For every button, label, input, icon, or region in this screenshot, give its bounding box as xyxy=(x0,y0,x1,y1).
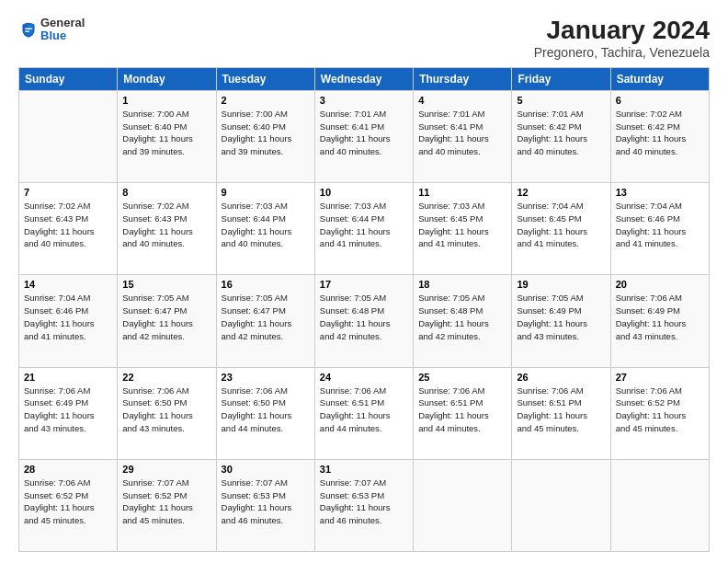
day-cell: 27Sunrise: 7:06 AMSunset: 6:52 PMDayligh… xyxy=(610,367,709,459)
col-header-saturday: Saturday xyxy=(610,67,709,90)
day-cell: 20Sunrise: 7:06 AMSunset: 6:49 PMDayligh… xyxy=(610,275,709,367)
day-number: 17 xyxy=(320,279,408,290)
day-detail: Sunrise: 7:05 AMSunset: 6:48 PMDaylight:… xyxy=(320,292,408,342)
day-number: 22 xyxy=(122,372,210,383)
day-number: 18 xyxy=(418,279,506,290)
day-detail: Sunrise: 7:00 AMSunset: 6:40 PMDaylight:… xyxy=(222,108,310,158)
day-cell: 24Sunrise: 7:06 AMSunset: 6:51 PMDayligh… xyxy=(314,367,413,459)
page: General Blue January 2024 Pregonero, Tac… xyxy=(0,0,728,563)
col-header-thursday: Thursday xyxy=(414,67,512,90)
day-detail: Sunrise: 7:02 AMSunset: 6:43 PMDaylight:… xyxy=(122,200,210,250)
day-number: 25 xyxy=(418,372,506,383)
day-cell xyxy=(610,459,709,551)
day-cell: 3Sunrise: 7:01 AMSunset: 6:41 PMDaylight… xyxy=(314,90,413,182)
day-number: 12 xyxy=(517,187,605,198)
day-number: 15 xyxy=(122,279,210,290)
day-number: 5 xyxy=(517,95,605,106)
day-number: 16 xyxy=(222,279,310,290)
day-detail: Sunrise: 7:06 AMSunset: 6:49 PMDaylight:… xyxy=(24,385,112,435)
logo-text: General Blue xyxy=(40,17,85,43)
day-cell: 1Sunrise: 7:00 AMSunset: 6:40 PMDaylight… xyxy=(118,90,216,182)
day-detail: Sunrise: 7:04 AMSunset: 6:45 PMDaylight:… xyxy=(517,200,605,250)
col-header-wednesday: Wednesday xyxy=(314,67,413,90)
week-row-2: 7Sunrise: 7:02 AMSunset: 6:43 PMDaylight… xyxy=(19,183,710,275)
day-cell: 19Sunrise: 7:05 AMSunset: 6:49 PMDayligh… xyxy=(512,275,610,367)
day-detail: Sunrise: 7:03 AMSunset: 6:44 PMDaylight:… xyxy=(320,200,408,250)
day-detail: Sunrise: 7:02 AMSunset: 6:42 PMDaylight:… xyxy=(616,108,704,158)
day-number: 8 xyxy=(122,187,210,198)
day-detail: Sunrise: 7:03 AMSunset: 6:45 PMDaylight:… xyxy=(418,200,506,250)
day-cell: 9Sunrise: 7:03 AMSunset: 6:44 PMDaylight… xyxy=(216,183,314,275)
day-detail: Sunrise: 7:07 AMSunset: 6:53 PMDaylight:… xyxy=(320,477,408,527)
day-number: 9 xyxy=(222,187,310,198)
week-row-5: 28Sunrise: 7:06 AMSunset: 6:52 PMDayligh… xyxy=(19,459,710,551)
day-detail: Sunrise: 7:06 AMSunset: 6:51 PMDaylight:… xyxy=(320,385,408,435)
day-number: 1 xyxy=(122,95,210,106)
day-cell: 18Sunrise: 7:05 AMSunset: 6:48 PMDayligh… xyxy=(414,275,512,367)
logo-blue-text: Blue xyxy=(40,29,66,42)
day-number: 30 xyxy=(222,464,310,475)
calendar-header-row: SundayMondayTuesdayWednesdayThursdayFrid… xyxy=(19,67,710,90)
day-cell: 26Sunrise: 7:06 AMSunset: 6:51 PMDayligh… xyxy=(512,367,610,459)
day-number: 14 xyxy=(24,279,112,290)
logo-icon xyxy=(18,19,39,40)
day-detail: Sunrise: 7:04 AMSunset: 6:46 PMDaylight:… xyxy=(24,292,112,342)
day-number: 2 xyxy=(222,95,310,106)
logo-general-text: General xyxy=(40,16,85,29)
day-detail: Sunrise: 7:01 AMSunset: 6:42 PMDaylight:… xyxy=(517,108,605,158)
day-number: 6 xyxy=(616,95,704,106)
day-number: 27 xyxy=(616,372,704,383)
day-cell xyxy=(414,459,512,551)
day-number: 20 xyxy=(616,279,704,290)
day-cell xyxy=(19,90,118,182)
day-detail: Sunrise: 7:01 AMSunset: 6:41 PMDaylight:… xyxy=(320,108,408,158)
day-cell: 15Sunrise: 7:05 AMSunset: 6:47 PMDayligh… xyxy=(118,275,216,367)
day-cell: 14Sunrise: 7:04 AMSunset: 6:46 PMDayligh… xyxy=(19,275,118,367)
day-number: 3 xyxy=(320,95,408,106)
day-detail: Sunrise: 7:00 AMSunset: 6:40 PMDaylight:… xyxy=(122,108,210,158)
day-cell: 22Sunrise: 7:06 AMSunset: 6:50 PMDayligh… xyxy=(118,367,216,459)
day-cell: 10Sunrise: 7:03 AMSunset: 6:44 PMDayligh… xyxy=(314,183,413,275)
day-cell: 25Sunrise: 7:06 AMSunset: 6:51 PMDayligh… xyxy=(414,367,512,459)
day-number: 29 xyxy=(122,464,210,475)
day-cell: 5Sunrise: 7:01 AMSunset: 6:42 PMDaylight… xyxy=(512,90,610,182)
day-detail: Sunrise: 7:07 AMSunset: 6:53 PMDaylight:… xyxy=(222,477,310,527)
day-detail: Sunrise: 7:06 AMSunset: 6:50 PMDaylight:… xyxy=(222,385,310,435)
day-detail: Sunrise: 7:06 AMSunset: 6:49 PMDaylight:… xyxy=(616,292,704,342)
calendar-table: SundayMondayTuesdayWednesdayThursdayFrid… xyxy=(18,67,710,552)
day-cell: 7Sunrise: 7:02 AMSunset: 6:43 PMDaylight… xyxy=(19,183,118,275)
header: General Blue January 2024 Pregonero, Tac… xyxy=(18,17,710,60)
day-number: 24 xyxy=(320,372,408,383)
col-header-sunday: Sunday xyxy=(19,67,118,90)
day-number: 11 xyxy=(418,187,506,198)
day-cell: 30Sunrise: 7:07 AMSunset: 6:53 PMDayligh… xyxy=(216,459,314,551)
day-cell: 6Sunrise: 7:02 AMSunset: 6:42 PMDaylight… xyxy=(610,90,709,182)
day-detail: Sunrise: 7:02 AMSunset: 6:43 PMDaylight:… xyxy=(24,200,112,250)
day-detail: Sunrise: 7:07 AMSunset: 6:52 PMDaylight:… xyxy=(122,477,210,527)
day-number: 31 xyxy=(320,464,408,475)
logo: General Blue xyxy=(18,17,85,43)
day-cell: 21Sunrise: 7:06 AMSunset: 6:49 PMDayligh… xyxy=(19,367,118,459)
day-cell: 17Sunrise: 7:05 AMSunset: 6:48 PMDayligh… xyxy=(314,275,413,367)
day-cell: 31Sunrise: 7:07 AMSunset: 6:53 PMDayligh… xyxy=(314,459,413,551)
day-detail: Sunrise: 7:01 AMSunset: 6:41 PMDaylight:… xyxy=(418,108,506,158)
day-number: 13 xyxy=(616,187,704,198)
day-number: 7 xyxy=(24,187,112,198)
day-detail: Sunrise: 7:06 AMSunset: 6:50 PMDaylight:… xyxy=(122,385,210,435)
day-detail: Sunrise: 7:06 AMSunset: 6:52 PMDaylight:… xyxy=(24,477,112,527)
week-row-3: 14Sunrise: 7:04 AMSunset: 6:46 PMDayligh… xyxy=(19,275,710,367)
day-detail: Sunrise: 7:03 AMSunset: 6:44 PMDaylight:… xyxy=(222,200,310,250)
day-number: 28 xyxy=(24,464,112,475)
day-cell: 23Sunrise: 7:06 AMSunset: 6:50 PMDayligh… xyxy=(216,367,314,459)
day-cell: 13Sunrise: 7:04 AMSunset: 6:46 PMDayligh… xyxy=(610,183,709,275)
col-header-tuesday: Tuesday xyxy=(216,67,314,90)
title-block: January 2024 Pregonero, Tachira, Venezue… xyxy=(534,17,710,60)
day-cell: 16Sunrise: 7:05 AMSunset: 6:47 PMDayligh… xyxy=(216,275,314,367)
day-number: 4 xyxy=(418,95,506,106)
day-cell: 11Sunrise: 7:03 AMSunset: 6:45 PMDayligh… xyxy=(414,183,512,275)
day-cell: 28Sunrise: 7:06 AMSunset: 6:52 PMDayligh… xyxy=(19,459,118,551)
month-title: January 2024 xyxy=(534,17,710,45)
day-detail: Sunrise: 7:06 AMSunset: 6:52 PMDaylight:… xyxy=(616,385,704,435)
col-header-friday: Friday xyxy=(512,67,610,90)
day-cell: 8Sunrise: 7:02 AMSunset: 6:43 PMDaylight… xyxy=(118,183,216,275)
